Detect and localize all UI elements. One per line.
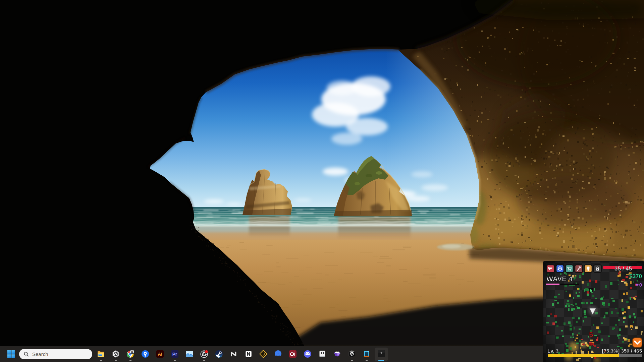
svg-text:WAVE 4: WAVE 4 xyxy=(546,275,573,283)
svg-text:[75.3%] 350 / 465: [75.3%] 350 / 465 xyxy=(602,348,642,354)
svg-text:$370: $370 xyxy=(629,273,642,280)
svg-text:Pr: Pr xyxy=(172,352,177,357)
svg-text:35 / 45: 35 / 45 xyxy=(614,265,632,272)
svg-text:Lv. 3: Lv. 3 xyxy=(547,348,558,354)
svg-text:✦0: ✦0 xyxy=(635,282,642,288)
svg-text:Ai: Ai xyxy=(158,352,162,357)
